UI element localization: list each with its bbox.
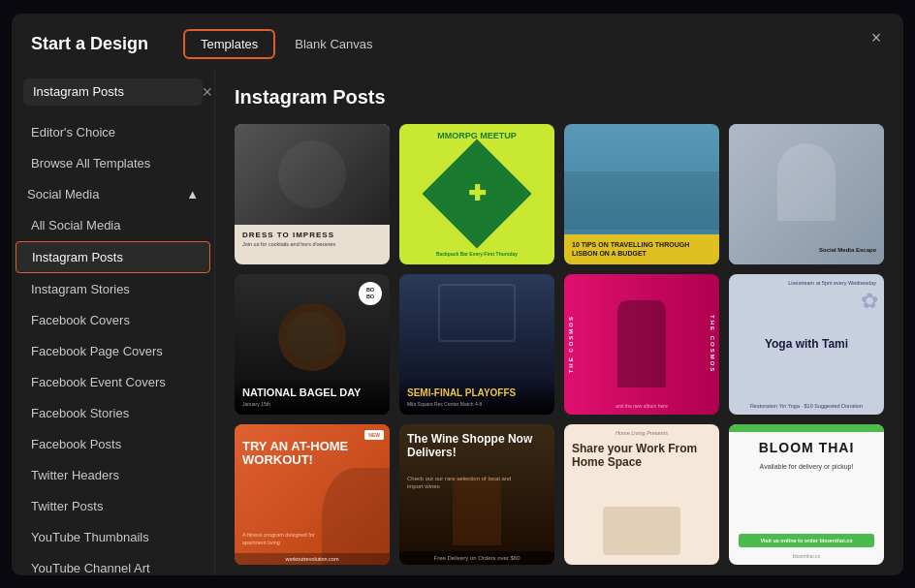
card-playoffs-headline: SEMI-FINAL PLAYOFFS bbox=[407, 387, 547, 399]
template-card-work-from-home[interactable]: Home Living Presents Share your Work Fro… bbox=[564, 424, 719, 565]
close-button[interactable]: × bbox=[863, 25, 890, 52]
card-social-headline: Social Media Escape bbox=[819, 246, 876, 254]
template-card-yoga-with-tami[interactable]: Livestream at 5pm every Wednesday Yoga w… bbox=[729, 274, 884, 415]
template-card-national-bagel-day[interactable]: BOBO NATIONAL BAGEL DAY January 15th bbox=[235, 274, 390, 415]
modal-body: ✕ 🔍 Editor's Choice Browse All Templates… bbox=[12, 71, 903, 575]
tab-blank-canvas[interactable]: Blank Canvas bbox=[279, 29, 388, 59]
card-workout-subtext: A fitness program designed for apartment… bbox=[242, 532, 339, 546]
sidebar-item-facebook-covers[interactable]: Facebook Covers bbox=[16, 305, 210, 335]
card-wine-footer: Free Delivery on Orders over $60 bbox=[399, 551, 554, 565]
template-card-social-media-escape[interactable]: Social Media Escape bbox=[729, 124, 884, 264]
card-cosmos-left-text: THE COSMOS bbox=[568, 315, 574, 373]
sidebar-item-youtube-channel-art[interactable]: YouTube Channel Art bbox=[16, 553, 210, 575]
modal-title: Start a Design bbox=[31, 34, 148, 54]
card-yoga-subtext: Restoration Yin Yoga · $10 Suggested Don… bbox=[729, 403, 884, 409]
card-wfh-header: Home Living Presents bbox=[564, 430, 719, 436]
card-workout-url: workoutrevolution.com bbox=[235, 553, 390, 565]
card-wfh-headline: Share your Work From Home Space bbox=[572, 442, 711, 470]
modal-overlay: Start a Design Templates Blank Canvas × … bbox=[0, 0, 915, 588]
template-card-semi-final-playoffs[interactable]: SEMI-FINAL PLAYOFFS Mile Square Rec Cent… bbox=[399, 274, 554, 415]
search-bar[interactable]: ✕ 🔍 bbox=[23, 78, 203, 106]
main-section-title: Instagram Posts bbox=[235, 86, 884, 108]
card-wine-subtext: Check out our rare selection of local an… bbox=[407, 475, 514, 491]
template-card-bloom-thai[interactable]: BLOOM THAI Available for delivery or pic… bbox=[729, 424, 884, 565]
card-bagel-badge: BOBO bbox=[359, 282, 382, 305]
sidebar-item-facebook-event-covers[interactable]: Facebook Event Covers bbox=[16, 367, 210, 397]
card-bloom-cta: Visit us online to order bloomthai.co bbox=[739, 534, 874, 547]
card-dress-headline: DRESS TO IMPRESS bbox=[242, 231, 382, 239]
tab-bar: Templates Blank Canvas bbox=[183, 29, 388, 59]
template-card-wine-shoppe[interactable]: The Wine Shoppe Now Delivers! Check out … bbox=[399, 424, 554, 565]
card-bloom-footer: bloomthai.co bbox=[729, 553, 884, 559]
card-workout-badge: NEW bbox=[364, 430, 384, 440]
template-grid: DRESS TO IMPRESS Join us for cocktails a… bbox=[235, 124, 884, 565]
card-cosmos-right-text: THE COSMOS bbox=[710, 315, 715, 373]
template-card-workout[interactable]: NEW TRY AN AT-HOME WORKOUT! A fitness pr… bbox=[235, 424, 390, 565]
card-wine-headline: The Wine Shoppe Now Delivers! bbox=[407, 432, 547, 460]
sidebar-item-all-social[interactable]: All Social Media bbox=[16, 210, 210, 240]
sidebar-item-facebook-stories[interactable]: Facebook Stories bbox=[16, 398, 210, 428]
sidebar-item-editors-choice[interactable]: Editor's Choice bbox=[16, 117, 210, 147]
card-bloom-subtext: Available for delivery or pickup! bbox=[729, 463, 884, 470]
sidebar-item-twitter-posts[interactable]: Twitter Posts bbox=[16, 491, 210, 521]
template-card-dress-to-impress[interactable]: DRESS TO IMPRESS Join us for cocktails a… bbox=[235, 124, 390, 264]
sidebar-item-browse-all[interactable]: Browse All Templates bbox=[16, 148, 210, 178]
template-card-mmorpg[interactable]: MMORPG MEETUP ✚ Backpack Bar Every First… bbox=[399, 124, 554, 264]
bloom-top-bar bbox=[729, 424, 884, 432]
yoga-flower-icon: ✿ bbox=[861, 289, 878, 314]
modal-header: Start a Design Templates Blank Canvas × bbox=[12, 14, 903, 59]
card-yoga-header: Livestream at 5pm every Wednesday bbox=[788, 280, 876, 287]
modal: Start a Design Templates Blank Canvas × … bbox=[12, 14, 903, 575]
card-dress-subtext: Join us for cocktails and hors d'oeuvres bbox=[242, 241, 382, 247]
sidebar-item-instagram-posts[interactable]: Instagram Posts bbox=[16, 241, 210, 273]
main-content: Instagram Posts DRESS T bbox=[215, 71, 903, 575]
sidebar-item-youtube-thumbnails[interactable]: YouTube Thumbnails bbox=[16, 522, 210, 552]
template-card-lisbon[interactable]: 10 Tips on Travelling Through Lisbon on … bbox=[564, 124, 719, 264]
sidebar-item-facebook-posts[interactable]: Facebook Posts bbox=[16, 429, 210, 459]
clear-search-button[interactable]: ✕ bbox=[202, 84, 213, 100]
card-mmorpg-subtext: Backpack Bar Every First Thursday bbox=[399, 251, 554, 257]
card-lisbon-headline: 10 Tips on Travelling Through Lisbon on … bbox=[572, 240, 711, 258]
chevron-up-icon: ▲ bbox=[186, 187, 199, 201]
tab-templates[interactable]: Templates bbox=[183, 29, 275, 59]
sidebar-item-instagram-stories[interactable]: Instagram Stories bbox=[16, 274, 210, 304]
card-workout-headline: TRY AN AT-HOME WORKOUT! bbox=[242, 440, 359, 468]
sidebar: ✕ 🔍 Editor's Choice Browse All Templates… bbox=[12, 71, 215, 575]
sidebar-item-twitter-headers[interactable]: Twitter Headers bbox=[16, 460, 210, 490]
sidebar-item-facebook-page-covers[interactable]: Facebook Page Covers bbox=[16, 336, 210, 366]
card-mmorpg-headline: MMORPG MEETUP bbox=[399, 132, 554, 141]
card-yoga-headline: Yoga with Tami bbox=[765, 337, 848, 351]
card-bagel-headline: NATIONAL BAGEL DAY bbox=[242, 387, 382, 398]
sidebar-section-social-media[interactable]: Social Media ▲ bbox=[12, 179, 214, 209]
card-bloom-headline: BLOOM THAI bbox=[729, 440, 884, 455]
search-input[interactable] bbox=[33, 84, 196, 99]
template-card-the-cosmos[interactable]: THE COSMOS THE COSMOS and the new album … bbox=[564, 274, 719, 415]
card-playoffs-subtext: Mile Square Rec Center March 4-8 bbox=[407, 401, 547, 407]
card-cosmos-subtext: and the new album here bbox=[564, 403, 719, 409]
